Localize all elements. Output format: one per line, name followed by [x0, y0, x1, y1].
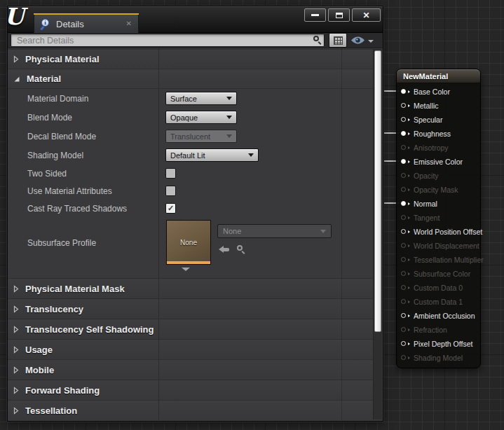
- category-material[interactable]: Material: [8, 69, 374, 89]
- property-row-blend-mode: Blend ModeOpaque: [8, 108, 374, 127]
- maximize-button[interactable]: [328, 8, 350, 22]
- pin-label: Opacity: [414, 172, 439, 180]
- chevron-right-icon: [13, 55, 19, 63]
- pin-label: Shading Model: [414, 354, 463, 362]
- pin-metallic[interactable]: Metallic: [397, 99, 480, 113]
- advanced-expander-row[interactable]: [8, 269, 374, 279]
- pin-anisotropy[interactable]: Anisotropy: [397, 141, 480, 155]
- checkbox-two-sided[interactable]: [165, 168, 176, 179]
- pin-pixel-depth-offset[interactable]: Pixel Depth Offset: [397, 337, 480, 351]
- property-label: Use Material Attributes: [8, 186, 159, 196]
- category-usage[interactable]: Usage: [8, 340, 374, 360]
- asset-thumbnail-label: None: [180, 239, 197, 247]
- value-column-edge: [341, 48, 342, 420]
- chevron-down-icon: [248, 153, 254, 157]
- pin-label: Specular: [414, 116, 442, 124]
- details-titlebar[interactable]: i Details ✕ ✕: [8, 6, 383, 33]
- material-node-header[interactable]: NewMaterial: [397, 69, 480, 83]
- chevron-right-icon: [13, 346, 19, 354]
- pin-circle-icon: [401, 313, 410, 319]
- checkbox-use-material-attributes[interactable]: [165, 186, 176, 196]
- chevron-down-icon: [226, 116, 232, 119]
- dropdown-blend-mode[interactable]: Opaque: [165, 111, 237, 124]
- pin-label: Normal: [414, 200, 437, 208]
- browse-to-asset-icon[interactable]: [237, 245, 246, 254]
- advanced-expander-icon: [182, 271, 191, 284]
- details-content: Physical Material Material Material Doma…: [8, 48, 374, 420]
- category-label: Translucency Self Shadowing: [25, 324, 154, 335]
- pin-circle-icon: [401, 173, 410, 179]
- pin-opacity[interactable]: Opacity: [397, 169, 480, 183]
- pin-label: Refraction: [414, 326, 447, 334]
- asset-picker-combo[interactable]: None: [217, 224, 332, 238]
- tab-details[interactable]: i Details ✕: [34, 14, 139, 33]
- view-options-button[interactable]: [350, 36, 374, 45]
- use-selected-asset-icon[interactable]: [219, 246, 229, 254]
- checkbox-cast-ray-traced-shadows[interactable]: ✓: [165, 203, 176, 214]
- pin-label: Emissive Color: [414, 158, 463, 166]
- category-physical-material-mask[interactable]: Physical Material Mask: [8, 279, 374, 299]
- pin-base-color[interactable]: Base Color: [397, 85, 480, 99]
- minimize-button[interactable]: [304, 8, 326, 22]
- pin-specular[interactable]: Specular: [397, 113, 480, 127]
- dropdown-material-domain[interactable]: Surface: [165, 92, 237, 105]
- tab-close-icon[interactable]: ✕: [126, 20, 132, 27]
- pin-circle-icon: [401, 355, 410, 361]
- column-splitter[interactable]: [158, 48, 159, 420]
- property-label: Blend Mode: [8, 113, 159, 123]
- pin-custom-data-0[interactable]: Custom Data 0: [397, 281, 480, 295]
- close-button[interactable]: ✕: [352, 8, 381, 22]
- unreal-editor-viewport: NewMaterial Base ColorMetallicSpecularRo…: [0, 0, 504, 430]
- pin-custom-data-1[interactable]: Custom Data 1: [397, 295, 480, 309]
- asset-tools: [219, 245, 246, 254]
- category-tessellation[interactable]: Tessellation: [8, 401, 374, 420]
- unreal-engine-logo: U: [4, 3, 25, 31]
- pin-world-position-offset[interactable]: World Position Offset: [397, 225, 480, 239]
- pin-label: World Position Offset: [414, 228, 482, 236]
- pin-circle-icon: [401, 285, 410, 291]
- category-label: Usage: [25, 345, 53, 355]
- pin-label: Tangent: [414, 214, 440, 222]
- dropdown-decal-blend-mode[interactable]: Translucent: [165, 130, 237, 143]
- pin-circle-icon: [401, 187, 410, 193]
- pin-circle-icon: [401, 117, 410, 123]
- search-input[interactable]: [11, 34, 325, 47]
- pin-label: Ambient Occlusion: [414, 312, 475, 320]
- scrollbar-track[interactable]: [373, 49, 382, 419]
- pin-label: Opacity Mask: [414, 186, 458, 194]
- pin-tessellation-multiplier[interactable]: Tessellation Multiplier: [397, 253, 480, 267]
- category-label: Mobile: [25, 365, 54, 375]
- pin-roughness[interactable]: Roughness: [397, 127, 480, 141]
- pin-normal[interactable]: Normal: [397, 197, 480, 211]
- details-window: i Details ✕ ✕: [7, 6, 383, 422]
- pin-subsurface-color[interactable]: Subsurface Color: [397, 267, 480, 281]
- chevron-right-icon: [13, 387, 19, 394]
- property-matrix-button[interactable]: [329, 33, 347, 48]
- category-physical-material[interactable]: Physical Material: [8, 50, 374, 69]
- pin-circle-icon: [401, 243, 410, 249]
- pin-shading-model[interactable]: Shading Model: [397, 351, 480, 365]
- pin-circle-icon: [401, 229, 410, 235]
- category-mobile[interactable]: Mobile: [8, 360, 374, 380]
- property-row-cast-ray-traced-shadows: Cast Ray Traced Shadows✓: [8, 200, 374, 217]
- pin-emissive-color[interactable]: Emissive Color: [397, 155, 480, 169]
- pin-tangent[interactable]: Tangent: [397, 211, 480, 225]
- pin-refraction[interactable]: Refraction: [397, 323, 480, 337]
- dropdown-shading-model[interactable]: Default Lit: [165, 148, 259, 162]
- property-row-shading-model: Shading ModelDefault Lit: [8, 146, 374, 165]
- pin-ambient-occlusion[interactable]: Ambient Occlusion: [397, 309, 480, 323]
- window-controls: ✕: [304, 8, 381, 22]
- pin-label: Anisotropy: [414, 144, 449, 152]
- pin-label: Custom Data 0: [414, 284, 463, 292]
- material-node[interactable]: NewMaterial Base ColorMetallicSpecularRo…: [396, 69, 481, 368]
- pin-world-displacement[interactable]: World Displacement: [397, 239, 480, 253]
- property-row-two-sided: Two Sided: [8, 165, 374, 182]
- chevron-right-icon: [13, 305, 19, 313]
- category-translucency-self-shadowing[interactable]: Translucency Self Shadowing: [8, 319, 374, 340]
- category-translucency[interactable]: Translucency: [8, 299, 374, 319]
- pin-opacity-mask[interactable]: Opacity Mask: [397, 183, 480, 197]
- pin-circle-icon: [401, 145, 410, 151]
- asset-thumbnail[interactable]: None: [166, 220, 211, 265]
- category-forward-shading[interactable]: Forward Shading: [8, 380, 374, 401]
- scrollbar-thumb[interactable]: [374, 50, 381, 332]
